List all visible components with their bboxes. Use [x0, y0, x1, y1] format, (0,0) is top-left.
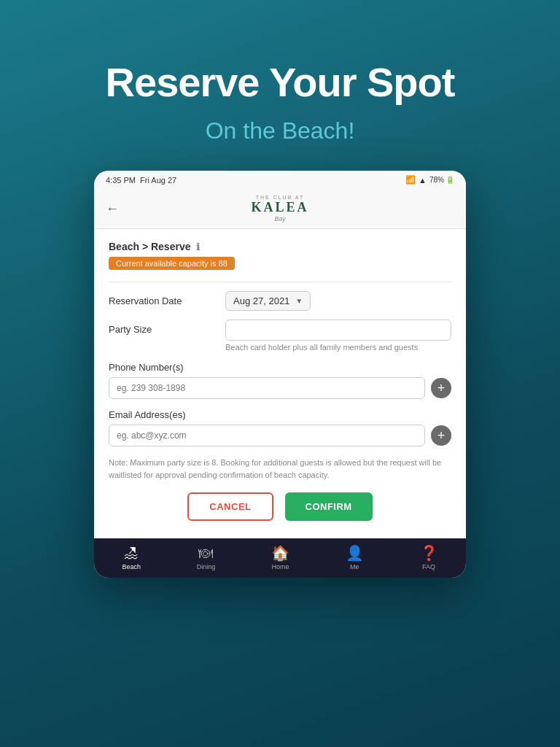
battery-indicator: 78% 🔋: [429, 176, 454, 184]
nav-faq-label: FAQ: [422, 563, 435, 570]
logo-tagline: THE CLUB AT: [256, 195, 305, 200]
device-frame: 4:35 PM Fri Aug 27 📶 ▲ 78% 🔋 ← THE CLUB …: [94, 171, 466, 578]
nav-home-label: Home: [271, 563, 289, 570]
reservation-date-label: Reservation Date: [109, 291, 225, 306]
email-section: Email Address(es) +: [109, 409, 451, 446]
cancel-button[interactable]: CANCEL: [187, 492, 273, 521]
reservation-date-control: Aug 27, 2021 ▼: [225, 291, 451, 311]
hero-title: Reserve Your Spot: [106, 58, 455, 106]
confirm-button[interactable]: CONFIRM: [285, 492, 373, 521]
email-input-row: +: [109, 425, 451, 446]
nav-bar: ← THE CLUB AT KALEA Bay: [94, 189, 466, 229]
nav-dining-icon: 🍽: [198, 545, 213, 562]
chevron-down-icon: ▼: [295, 297, 303, 305]
logo-name: KALEA: [251, 200, 308, 215]
nav-item-home[interactable]: 🏠Home: [271, 544, 289, 570]
nav-me-label: Me: [350, 563, 359, 570]
status-bar: 4:35 PM Fri Aug 27 📶 ▲ 78% 🔋: [94, 171, 466, 189]
party-size-control: Beach card holder plus all family member…: [225, 320, 451, 352]
nav-dining-label: Dining: [197, 563, 216, 570]
party-size-input[interactable]: [225, 320, 451, 341]
nav-me-icon: 👤: [346, 544, 364, 562]
form-content: Beach > Reserve ℹ Current available capa…: [94, 229, 466, 538]
status-time-date: 4:35 PM Fri Aug 27: [106, 176, 176, 185]
signal-icon: ▲: [419, 176, 427, 185]
nav-beach-icon: 🏖: [124, 545, 139, 562]
date-value: Aug 27, 2021: [233, 295, 289, 306]
email-input[interactable]: [109, 425, 425, 446]
action-buttons: CANCEL CONFIRM: [109, 492, 451, 527]
add-phone-button[interactable]: +: [431, 378, 451, 398]
app-logo: THE CLUB AT KALEA Bay: [251, 195, 308, 222]
nav-beach-label: Beach: [122, 563, 141, 570]
email-label: Email Address(es): [109, 409, 451, 420]
party-size-hint: Beach card holder plus all family member…: [225, 343, 451, 352]
breadcrumb: Beach > Reserve ℹ: [109, 241, 451, 252]
reservation-date-row: Reservation Date Aug 27, 2021 ▼: [109, 291, 451, 311]
logo-sub: Bay: [274, 215, 286, 222]
phone-label: Phone Number(s): [109, 362, 451, 373]
party-size-label: Party Size: [109, 320, 225, 335]
nav-home-icon: 🏠: [271, 544, 289, 562]
info-icon: ℹ: [196, 241, 200, 252]
nav-item-faq[interactable]: ❓FAQ: [420, 544, 438, 570]
hero-subtitle: On the Beach!: [206, 117, 355, 144]
nav-item-beach[interactable]: 🏖Beach: [122, 545, 141, 570]
capacity-badge: Current available capacity is 88: [109, 257, 235, 270]
back-button[interactable]: ←: [106, 201, 119, 217]
battery-icon: 🔋: [446, 176, 454, 184]
phone-input-row: +: [109, 377, 451, 399]
divider: [109, 282, 451, 282]
nav-item-dining[interactable]: 🍽Dining: [197, 545, 216, 570]
wifi-icon: 📶: [405, 175, 416, 185]
phone-input[interactable]: [109, 377, 425, 399]
date-picker[interactable]: Aug 27, 2021 ▼: [225, 291, 311, 311]
capacity-note: Note: Maximum party size is 8. Booking f…: [109, 457, 451, 481]
nav-faq-icon: ❓: [420, 544, 438, 562]
nav-item-me[interactable]: 👤Me: [346, 544, 364, 570]
add-email-button[interactable]: +: [431, 425, 451, 446]
phone-section: Phone Number(s) +: [109, 362, 451, 399]
bottom-navigation: 🏖Beach🍽Dining🏠Home👤Me❓FAQ: [94, 538, 466, 578]
party-size-row: Party Size Beach card holder plus all fa…: [109, 320, 451, 352]
status-indicators: 📶 ▲ 78% 🔋: [405, 175, 454, 185]
